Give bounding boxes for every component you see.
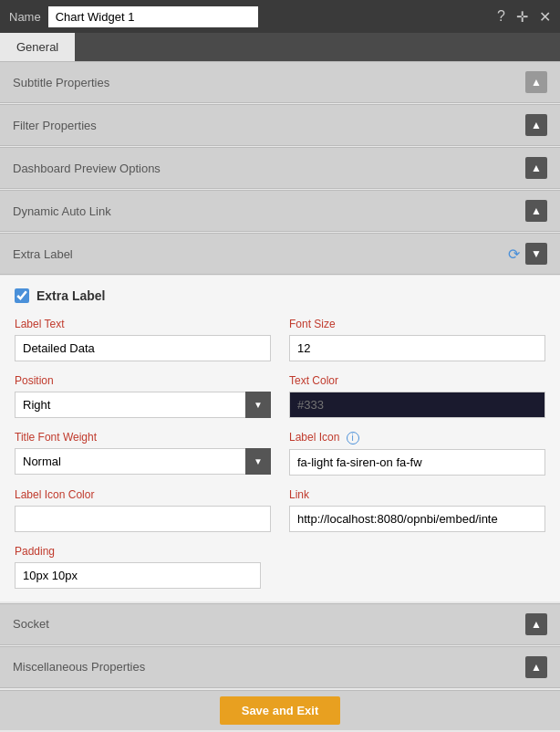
label-icon-color-input[interactable] <box>15 506 271 532</box>
title-font-weight-group: Title Font Weight Normal Bold Italic ▼ <box>15 431 271 476</box>
text-color-input[interactable] <box>289 392 545 418</box>
tab-general[interactable]: General <box>0 33 75 61</box>
name-input[interactable] <box>48 6 258 27</box>
label-icon-label: Label Icon i <box>289 431 545 444</box>
title-font-weight-select-wrapper: Normal Bold Italic ▼ <box>15 448 271 475</box>
extra-label-checkbox-label: Extra Label <box>36 288 105 303</box>
title-font-weight-label: Title Font Weight <box>15 431 271 444</box>
socket-title: Socket <box>13 617 49 631</box>
text-color-group: Text Color <box>289 374 545 418</box>
filter-properties-section[interactable]: Filter Properties ▲ <box>0 104 560 146</box>
label-icon-color-label: Label Icon Color <box>15 488 271 501</box>
padding-group: Padding <box>15 545 545 589</box>
socket-chevron[interactable]: ▲ <box>525 613 547 635</box>
miscellaneous-title: Miscellaneous Properties <box>13 660 145 674</box>
font-size-group: Font Size <box>289 318 545 361</box>
label-text-label: Label Text <box>15 318 271 330</box>
link-label: Link <box>289 488 545 501</box>
main-content: Subtitle Properties ▲ Filter Properties … <box>0 61 560 690</box>
text-color-label: Text Color <box>289 374 545 387</box>
position-select-wrapper: Left Right Center ▼ <box>15 392 271 418</box>
header-icons: ? ✛ ✕ <box>497 8 551 26</box>
extra-label-checkbox-row: Extra Label <box>15 288 545 303</box>
subtitle-properties-section[interactable]: Subtitle Properties ▲ <box>0 61 560 103</box>
padding-input[interactable] <box>15 562 261 589</box>
dashboard-preview-title: Dashboard Preview Options <box>13 162 161 175</box>
title-font-weight-select[interactable]: Normal Bold Italic <box>15 448 271 475</box>
dynamic-auto-link-section[interactable]: Dynamic Auto Link ▲ <box>0 190 560 232</box>
bottom-toolbar: Save and Exit <box>0 690 560 730</box>
move-icon[interactable]: ✛ <box>516 8 528 26</box>
save-exit-button[interactable]: Save and Exit <box>220 696 341 725</box>
name-label: Name <box>9 10 41 24</box>
position-label: Position <box>15 374 271 387</box>
padding-label: Padding <box>15 545 545 558</box>
label-icon-group: Label Icon i <box>289 431 545 476</box>
filter-chevron[interactable]: ▲ <box>525 114 547 136</box>
label-icon-input[interactable] <box>289 449 545 476</box>
filter-properties-title: Filter Properties <box>13 119 97 132</box>
label-icon-info[interactable]: i <box>347 432 359 444</box>
header: Name ? ✛ ✕ <box>0 0 560 33</box>
label-text-input[interactable] <box>15 335 271 361</box>
link-group: Link <box>289 488 545 532</box>
extra-label-form-grid: Label Text Font Size Position Left Right <box>15 318 545 589</box>
dynamic-auto-link-title: Dynamic Auto Link <box>13 204 111 218</box>
miscellaneous-section[interactable]: Miscellaneous Properties ▲ <box>0 646 560 688</box>
subtitle-chevron[interactable]: ▲ <box>525 71 547 93</box>
socket-section[interactable]: Socket ▲ <box>0 603 560 645</box>
miscellaneous-chevron[interactable]: ▲ <box>525 656 547 678</box>
font-size-label: Font Size <box>289 318 545 330</box>
extra-label-content: Extra Label Label Text Font Size Positio… <box>0 276 560 601</box>
dashboard-preview-section[interactable]: Dashboard Preview Options ▲ <box>0 147 560 189</box>
dashboard-preview-chevron[interactable]: ▲ <box>525 157 547 179</box>
extra-label-checkbox[interactable] <box>15 288 29 303</box>
link-input[interactable] <box>289 506 545 532</box>
help-icon[interactable]: ? <box>497 8 505 26</box>
close-icon[interactable]: ✕ <box>539 8 551 26</box>
extra-label-section-header[interactable]: Extra Label ⟳ ▼ <box>0 233 560 275</box>
label-icon-color-group: Label Icon Color <box>15 488 271 532</box>
font-size-input[interactable] <box>289 335 545 361</box>
position-group: Position Left Right Center ▼ <box>15 374 271 418</box>
extra-label-refresh-icon[interactable]: ⟳ <box>508 246 520 263</box>
dynamic-auto-link-chevron[interactable]: ▲ <box>525 200 547 222</box>
extra-label-chevron[interactable]: ▼ <box>525 243 547 265</box>
tabs-bar: General <box>0 33 560 61</box>
extra-label-header-title: Extra Label <box>13 247 73 261</box>
subtitle-properties-title: Subtitle Properties <box>13 76 109 89</box>
position-select[interactable]: Left Right Center <box>15 392 271 418</box>
label-text-group: Label Text <box>15 318 271 361</box>
